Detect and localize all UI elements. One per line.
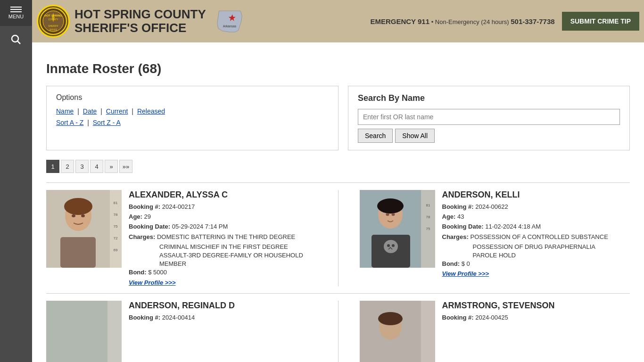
header-branding: HOT SPRING COUNTY SHERIFF OFFICE HOT SPR…: [37, 5, 244, 38]
submit-crime-tip-button[interactable]: SUBMIT CRIME TIP: [562, 12, 639, 31]
column-divider: [338, 190, 339, 286]
page-next-button[interactable]: »: [105, 160, 118, 173]
table-row: 81 78 75 72 69: [46, 182, 630, 293]
options-heading: Options: [56, 93, 329, 102]
inmate-name: ANDERSON, REGINALD D: [129, 301, 317, 311]
view-profile-link-alexander[interactable]: View Profile >>>: [129, 279, 176, 286]
svg-point-21: [72, 214, 75, 217]
search-input[interactable]: [358, 109, 620, 125]
svg-point-42: [378, 312, 403, 325]
charge-item: CRIMINAL MISCHIEF IN THE FIRST DEGREE: [129, 243, 317, 251]
booking-number: Booking #: 2024-00425: [442, 313, 630, 322]
svg-point-0: [12, 35, 18, 42]
svg-point-33: [387, 244, 390, 247]
svg-text:78: 78: [426, 215, 430, 219]
title-line2: SHERIFF'S OFFICE: [74, 21, 206, 35]
hamburger-icon: [10, 7, 22, 8]
inmate-photo-alexander: 81 78 75 72 69: [46, 190, 122, 268]
booking-number: Booking #: 2024-00414: [129, 313, 317, 322]
arkansas-logo: Arkansas: [215, 8, 244, 34]
filter-released-link[interactable]: Released: [137, 107, 165, 115]
bullet-separator: •: [431, 18, 435, 25]
emergency-info: EMERGENCY 911 • Non-Emergency (24 hours)…: [370, 17, 554, 25]
svg-text:81: 81: [426, 203, 430, 207]
non-emergency-number: 501-337-7738: [511, 17, 554, 25]
booking-number: Booking #: 2024-00622: [442, 203, 630, 211]
search-box: Search By Name Search Show All: [348, 86, 630, 150]
svg-text:OFFICE: OFFICE: [50, 29, 58, 31]
search-icon: [11, 34, 21, 45]
arkansas-state-shape: Arkansas: [215, 8, 244, 34]
page-last-button[interactable]: »»: [119, 160, 132, 173]
options-search-section: Options Name | Date | Current | Released…: [46, 86, 630, 150]
sheriff-badge: HOT SPRING COUNTY SHERIFF OFFICE: [37, 5, 70, 38]
svg-point-34: [392, 244, 395, 247]
svg-text:75: 75: [426, 227, 430, 231]
search-heading: Search By Name: [358, 93, 620, 103]
sort-z-a-link[interactable]: Sort Z - A: [93, 119, 121, 126]
inmate-photo-anderson-kelli: 81 78 75: [360, 190, 435, 268]
svg-text:69: 69: [114, 248, 118, 252]
svg-text:Arkansas: Arkansas: [223, 25, 237, 28]
inmate-card-anderson-reginald: ANDERSON, REGINALD D Booking #: 2024-004…: [46, 301, 317, 362]
sort-a-z-link[interactable]: Sort A - Z: [56, 119, 83, 126]
svg-rect-19: [60, 237, 96, 268]
filter-date-link[interactable]: Date: [83, 107, 97, 115]
bond-amount: Bond: $ 0: [442, 260, 630, 268]
site-title: HOT SPRING COUNTY SHERIFF'S OFFICE: [74, 8, 206, 34]
inmate-info-anderson-reginald: ANDERSON, REGINALD D Booking #: 2024-004…: [129, 301, 317, 362]
view-profile-link-anderson-kelli[interactable]: View Profile >>>: [442, 270, 489, 277]
svg-text:75: 75: [114, 224, 118, 229]
inmate-age: Age: 43: [442, 213, 630, 221]
hamburger-icon: [10, 11, 22, 12]
svg-point-22: [81, 214, 85, 217]
search-button[interactable]: Search: [358, 129, 393, 143]
inmate-name: ANDERSON, KELLI: [442, 190, 630, 200]
column-divider: [338, 301, 339, 362]
page-3-button[interactable]: 3: [75, 160, 89, 173]
inmate-card-alexander: 81 78 75 72 69: [46, 190, 317, 286]
svg-line-1: [18, 41, 21, 44]
svg-text:SHERIFF: SHERIFF: [48, 25, 58, 27]
svg-text:81: 81: [114, 201, 118, 205]
svg-text:72: 72: [114, 236, 118, 240]
svg-point-20: [64, 198, 92, 215]
bond-amount: Bond: $ 5000: [129, 268, 317, 277]
filter-name-link[interactable]: Name: [56, 107, 74, 115]
pagination: 1 2 3 4 » »»: [46, 160, 630, 173]
show-all-button[interactable]: Show All: [395, 129, 435, 143]
filter-current-link[interactable]: Current: [106, 107, 128, 115]
search-sidebar-button[interactable]: [0, 26, 32, 53]
sidebar: MENU: [0, 0, 32, 362]
main-content: Inmate Roster (68) Options Name | Date |…: [32, 42, 644, 362]
table-row: ANDERSON, REGINALD D Booking #: 2024-004…: [46, 293, 630, 362]
inmate-info-anderson-kelli: ANDERSON, KELLI Booking #: 2024-00622 Ag…: [442, 190, 630, 286]
inmate-info-alexander: ALEXANDER, ALYSSA C Booking #: 2024-0021…: [129, 190, 317, 286]
menu-label: MENU: [8, 14, 24, 19]
inmate-card-anderson-kelli: 81 78 75: [360, 190, 630, 286]
site-header: HOT SPRING COUNTY SHERIFF OFFICE HOT SPR…: [32, 0, 644, 42]
svg-point-30: [377, 198, 404, 214]
booking-number: Booking #: 2024-00217: [129, 203, 317, 211]
inmate-card-armstrong: ARMSTRONG, STEVENSON Booking #: 2024-004…: [360, 301, 630, 362]
booking-date: Booking Date: 05-29-2024 7:14 PM: [129, 222, 317, 231]
svg-rect-40: [421, 301, 435, 362]
options-links: Name | Date | Current | Released: [56, 107, 329, 115]
inmate-photo-armstrong: [360, 301, 435, 362]
charge-item: POSSESSION OF DRUG PARAPHERNALIA: [442, 243, 630, 251]
inmate-list: 81 78 75 72 69: [46, 182, 630, 362]
charge-item: ASSAULT-3RD DEGREE-FAMILY OR HOUSEHOLD M…: [129, 251, 317, 268]
charges-label: Charges: POSSESSION OF A CONTROLLED SUBS…: [442, 233, 630, 241]
page-4-button[interactable]: 4: [90, 160, 103, 173]
menu-button[interactable]: MENU: [0, 0, 32, 26]
search-buttons: Search Show All: [358, 129, 620, 143]
page-1-button[interactable]: 1: [46, 160, 59, 173]
inmate-age: Age: 29: [129, 213, 317, 221]
svg-point-35: [386, 213, 389, 216]
page-2-button[interactable]: 2: [61, 160, 74, 173]
svg-point-32: [384, 240, 398, 253]
title-line1: HOT SPRING COUNTY: [74, 8, 206, 21]
header-contact: EMERGENCY 911 • Non-Emergency (24 hours)…: [370, 12, 639, 31]
charge-item: PAROLE HOLD: [442, 251, 630, 260]
page-title: Inmate Roster (68): [46, 61, 630, 76]
